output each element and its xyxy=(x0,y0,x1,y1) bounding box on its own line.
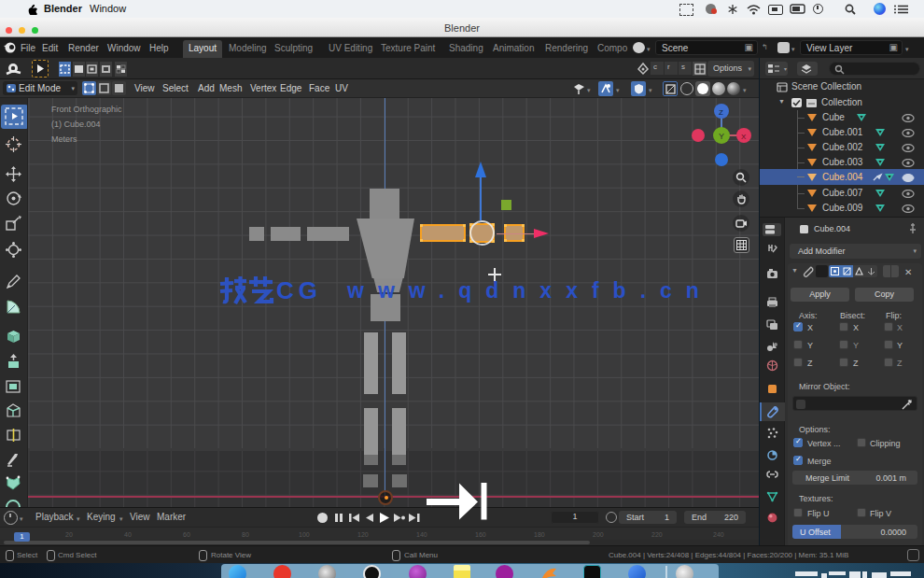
svg-text:Y: Y xyxy=(719,132,724,141)
svg-text:Z: Z xyxy=(719,108,723,117)
svg-text:X: X xyxy=(741,133,747,141)
